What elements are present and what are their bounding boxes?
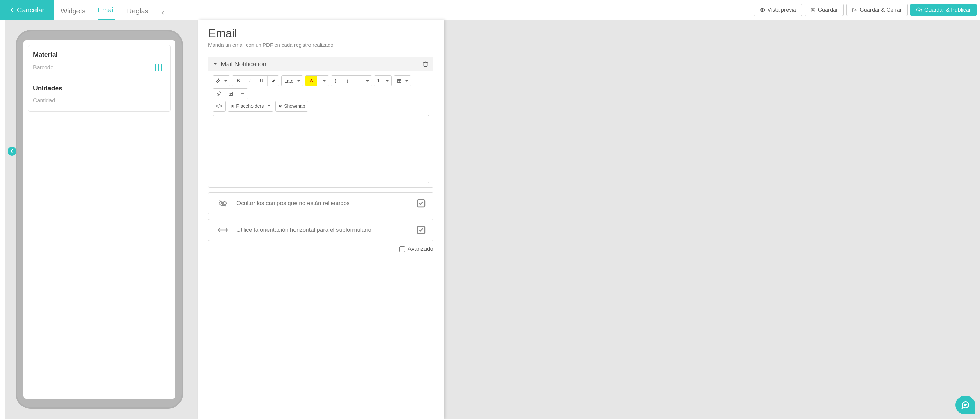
bookmark-icon <box>231 104 234 108</box>
magic-button[interactable] <box>213 76 230 86</box>
table-icon <box>397 78 402 83</box>
page-title: Email <box>208 27 433 40</box>
svg-point-1 <box>336 80 336 80</box>
mail-notification-panel: Mail Notification B I U Lato <box>208 57 433 188</box>
image-icon <box>228 91 233 96</box>
code-view-button[interactable]: </> <box>213 101 225 111</box>
hide-empty-option[interactable]: Ocultar los campos que no están rellenad… <box>208 193 433 214</box>
link-button[interactable] <box>213 89 224 99</box>
save-label: Guardar <box>818 7 838 13</box>
checkbox-checked-icon <box>417 226 425 234</box>
bold-button[interactable]: B <box>232 76 244 86</box>
advanced-checkbox[interactable] <box>399 246 405 252</box>
list-ul-icon <box>335 78 339 83</box>
horizontal-label: Utilice la orientación horizontal para e… <box>237 226 417 233</box>
save-publish-button[interactable]: Guardar & Publicar <box>910 4 977 16</box>
svg-point-3 <box>336 82 336 83</box>
bullet-list-button[interactable] <box>331 76 343 86</box>
eraser-icon <box>271 78 276 83</box>
tab-rules[interactable]: Reglas <box>127 2 148 20</box>
delete-panel-button[interactable] <box>423 61 428 67</box>
caret-down-icon <box>213 62 217 66</box>
eraser-button[interactable] <box>267 76 279 86</box>
save-close-button[interactable]: Guardar & Cerrar <box>846 4 908 16</box>
barcode-icon[interactable] <box>155 64 165 71</box>
align-icon <box>358 78 363 83</box>
chat-fab[interactable] <box>955 396 975 414</box>
horizontal-option[interactable]: Utilice la orientación horizontal para e… <box>208 219 433 241</box>
chat-icon <box>961 401 970 409</box>
save-publish-label: Guardar & Publicar <box>924 7 971 13</box>
sign-out-icon <box>852 8 857 13</box>
svg-point-6 <box>230 93 230 94</box>
save-button[interactable]: Guardar <box>805 4 844 16</box>
align-button[interactable] <box>355 76 372 86</box>
advanced-label: Avanzado <box>408 246 433 252</box>
phone-frame: Material Barcode Unidades Cantidad <box>16 30 183 409</box>
placeholders-button[interactable]: Placeholders <box>228 101 273 111</box>
cloud-upload-icon <box>916 7 922 13</box>
image-button[interactable] <box>224 89 236 99</box>
panel-title: Mail Notification <box>221 61 267 68</box>
floppy-icon <box>810 8 816 13</box>
showmap-button[interactable]: Showmap <box>276 101 308 111</box>
eye-slash-icon <box>216 199 230 207</box>
font-family-select[interactable]: Lato <box>282 76 303 86</box>
map-pin-icon <box>278 104 282 108</box>
preview-button[interactable]: Vista previa <box>754 4 802 16</box>
svg-point-0 <box>762 9 763 11</box>
tabs-collapse-toggle[interactable] <box>161 5 165 20</box>
form-preview-card: Material Barcode Unidades Cantidad <box>28 45 170 112</box>
field-label: Barcode <box>33 64 54 71</box>
minus-icon <box>240 91 245 96</box>
side-rail <box>0 20 5 419</box>
save-close-label: Guardar & Cerrar <box>859 7 902 13</box>
tab-widgets[interactable]: Widgets <box>61 2 85 20</box>
field-label: Cantidad <box>33 97 55 104</box>
panel-toggle[interactable] <box>213 62 217 66</box>
cancel-button[interactable]: Cancelar <box>0 0 54 20</box>
editor-content-area[interactable] <box>213 115 429 183</box>
preview-label: Vista previa <box>767 7 796 13</box>
font-color-button[interactable]: A <box>305 76 317 86</box>
arrows-horizontal-icon <box>216 226 230 233</box>
link-icon <box>216 91 221 96</box>
list-ol-icon <box>347 78 352 83</box>
svg-point-2 <box>336 81 336 81</box>
cancel-label: Cancelar <box>17 6 45 14</box>
italic-button[interactable]: I <box>244 76 256 86</box>
hide-empty-label: Ocultar los campos que no están rellenad… <box>237 200 417 207</box>
heading-button[interactable]: T↕ <box>374 76 391 86</box>
table-button[interactable] <box>394 76 411 86</box>
tab-email[interactable]: Email <box>98 2 115 20</box>
editor-toolbar: B I U Lato A T↕ <box>213 75 429 99</box>
page-subtitle: Manda un email con un PDF en cada regist… <box>208 42 433 48</box>
number-list-button[interactable] <box>343 76 355 86</box>
underline-button[interactable]: U <box>256 76 267 86</box>
hr-button[interactable] <box>236 89 248 99</box>
chevron-left-icon <box>161 10 165 15</box>
trash-icon <box>423 61 428 67</box>
arrow-left-icon <box>10 7 15 13</box>
magic-wand-icon <box>216 78 220 83</box>
section-title: Material <box>33 51 165 58</box>
section-title: Unidades <box>33 84 165 92</box>
font-color-dropdown[interactable] <box>317 76 329 86</box>
advanced-toggle[interactable]: Avanzado <box>208 246 433 252</box>
checkbox-checked-icon <box>417 199 425 208</box>
eye-icon <box>760 7 765 13</box>
